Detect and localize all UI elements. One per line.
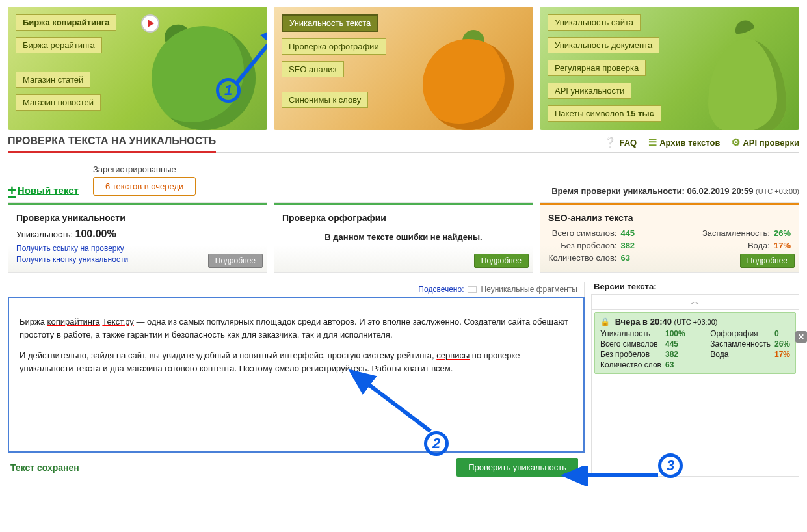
link-symbol-pack[interactable]: Пакеты символов 15 тыс xyxy=(548,105,661,122)
plus-icon: + xyxy=(8,187,16,194)
seo-more-button[interactable]: Подробнее xyxy=(740,254,795,268)
registered-label: Зарегистрированные xyxy=(93,165,176,174)
panel-spell-head: Проверка орфографии xyxy=(282,213,525,223)
link-uniq-doc[interactable]: Уникальность документа xyxy=(548,37,659,53)
link-seo[interactable]: SEO анализ xyxy=(282,61,344,77)
link-faq[interactable]: ❔FAQ xyxy=(604,137,637,148)
panel-spellcheck: Проверка орфографии В данном тексте ошиб… xyxy=(274,202,533,273)
highlight-swatch xyxy=(468,286,477,293)
link-shop-articles[interactable]: Магазин статей xyxy=(16,72,90,88)
gear-icon: ⚙ xyxy=(732,137,740,148)
close-version-icon[interactable]: ✕ xyxy=(795,331,807,343)
link-archive[interactable]: ☰Архив текстов xyxy=(648,137,720,148)
annotation-2: 2 xyxy=(424,431,449,456)
queue-box[interactable]: 6 текстов в очереди xyxy=(93,177,196,196)
annotation-3: 3 xyxy=(658,453,683,478)
help-icon: ❔ xyxy=(604,137,616,148)
chevron-up-icon[interactable]: ︿ xyxy=(592,295,799,310)
panel-seo: SEO-анализ текста Всего символов:445 Зас… xyxy=(540,202,799,273)
panel-seo-head: SEO-анализ текста xyxy=(548,213,791,223)
versions-head: Версии текста: xyxy=(591,282,799,294)
spell-more-button[interactable]: Подробнее xyxy=(474,254,529,268)
link-birzha-rewrite[interactable]: Биржа рерайтинга xyxy=(16,37,102,53)
lock-icon: 🔒 xyxy=(600,317,610,326)
panel-uniq-head: Проверка уникальности xyxy=(16,213,259,223)
hl-frag-label: Неуникальные фрагменты xyxy=(481,285,577,294)
link-shop-news[interactable]: Магазин новостей xyxy=(16,94,101,111)
new-text-link[interactable]: +Новый текст xyxy=(8,185,79,196)
version-card[interactable]: 🔒 Вчера в 20:40 (UTC +03:00) Уникальност… xyxy=(594,312,796,374)
hero-pear: Уникальность сайта Уникальность документ… xyxy=(540,7,799,130)
text-editor[interactable]: Биржа копирайтинга Текст.ру — одна из са… xyxy=(8,297,585,453)
hero-orange: Уникальность текста Проверка орфографии … xyxy=(274,7,533,130)
play-icon[interactable] xyxy=(141,14,159,33)
link-uniq-site[interactable]: Уникальность сайта xyxy=(548,14,641,31)
archive-icon: ☰ xyxy=(648,137,657,148)
link-uniq-text[interactable]: Уникальность текста xyxy=(282,14,378,32)
panel-uniqueness: Проверка уникальности Уникальность: 100.… xyxy=(8,202,267,273)
link-birzha-copy[interactable]: Биржа копирайтинга xyxy=(16,14,116,31)
panel-spell-msg: В данном тексте ошибки не найдены. xyxy=(282,232,525,242)
hero-apple: Биржа копирайтинга Биржа рерайтинга Мага… xyxy=(8,7,267,130)
annotation-1: 1 xyxy=(216,78,241,103)
link-api[interactable]: ⚙API проверки xyxy=(732,137,799,148)
page-title: ПРОВЕРКА ТЕКСТА НА УНИКАЛЬНОСТЬ xyxy=(8,135,216,153)
link-reg-check[interactable]: Регулярная проверка xyxy=(548,60,646,76)
saved-label: Текст сохранен xyxy=(10,462,79,473)
highlighted-link[interactable]: Подсвечено: xyxy=(418,285,464,294)
link-uniq-api[interactable]: API уникальности xyxy=(548,83,631,99)
check-time: Время проверки уникальности: 06.02.2019 … xyxy=(551,186,799,196)
link-get-checklink[interactable]: Получить ссылку на проверку xyxy=(16,244,259,253)
uniq-more-button[interactable]: Подробнее xyxy=(208,254,263,268)
link-spellcheck[interactable]: Проверка орфографии xyxy=(282,38,386,55)
check-uniqueness-button[interactable]: Проверить уникальность xyxy=(456,458,578,477)
link-synonyms[interactable]: Синонимы к слову xyxy=(282,92,368,108)
